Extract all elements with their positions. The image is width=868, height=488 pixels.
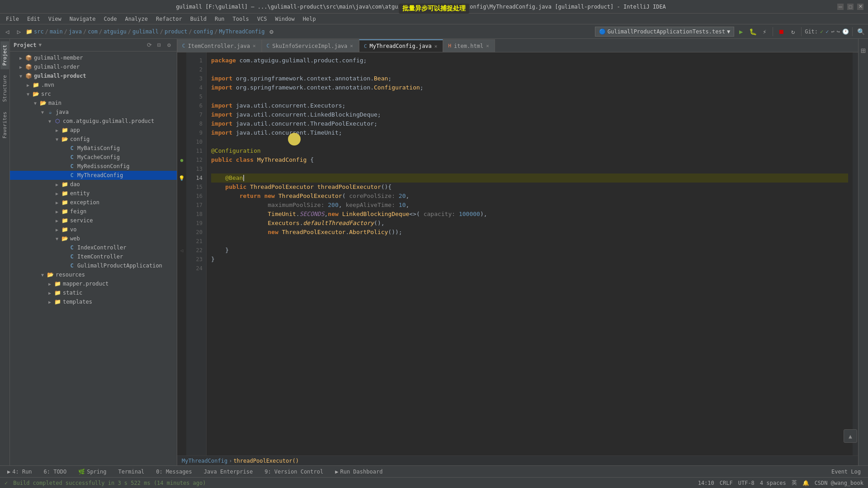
breadcrumb-atguigu-label[interactable]: atguigu (104, 28, 127, 35)
tree-item-gulimall-member[interactable]: ▶ 📦 gulimall-member (10, 53, 177, 62)
tree-item-mybatisconfig[interactable]: ▶ C MyBatisConfig (10, 144, 177, 153)
breadcrumb-java-label[interactable]: java (69, 28, 82, 35)
run-config-selector[interactable]: 🔵 GulimallProductApplicationTests.test ▼ (595, 27, 734, 37)
side-tab-structure[interactable]: Structure (0, 71, 9, 106)
menu-refactor[interactable]: Refactor (152, 15, 186, 23)
menu-code[interactable]: Code (100, 15, 121, 23)
sync-icon[interactable]: ⟳ (145, 41, 153, 49)
side-tab-project[interactable]: Project (0, 41, 9, 69)
scroll-to-top-icon[interactable]: ▲ (844, 429, 857, 443)
tree-item-package[interactable]: ▼ ⬡ com.atguigu.gulimall.product (10, 117, 177, 126)
status-encoding[interactable]: UTF-8 (738, 480, 755, 486)
tree-item-mvn[interactable]: ▶ 📁 .mvn (10, 80, 177, 89)
rerun-icon[interactable]: ↻ (788, 27, 798, 37)
breadcrumb-src[interactable]: 📁 (26, 28, 33, 35)
tree-item-gulimallproductapplication[interactable]: ▶ C GulimallProductApplication (10, 261, 177, 270)
tree-item-mycacheconfig[interactable]: ▶ C MyCacheConfig (10, 153, 177, 162)
right-panel-icon[interactable]: ⊞ (861, 46, 866, 55)
menu-build[interactable]: Build (187, 15, 210, 23)
menu-navigate[interactable]: Navigate (66, 15, 99, 23)
tree-item-app[interactable]: ▶ 📁 app (10, 126, 177, 135)
breadcrumb-main-label[interactable]: main (50, 28, 63, 35)
bottom-tab-java-enterprise[interactable]: Java Enterprise (200, 468, 256, 476)
git-undo[interactable]: ↩ (831, 28, 835, 35)
tree-item-service[interactable]: ▶ 📁 service (10, 216, 177, 225)
breadcrumb-src-label[interactable]: src (34, 28, 44, 35)
tab-mythreadconfig[interactable]: C MyThreadConfig.java ✕ (359, 39, 443, 52)
breadcrumb-gulimall-label[interactable]: gulimall (132, 28, 159, 35)
tree-item-main[interactable]: ▼ 📂 main (10, 99, 177, 108)
search-everywhere-icon[interactable]: 🔍 (856, 27, 866, 37)
settings-icon[interactable]: ⚙ (267, 27, 277, 37)
back-icon[interactable]: ◁ (2, 27, 12, 37)
panel-dropdown-icon[interactable]: ▼ (39, 42, 42, 48)
tree-item-src[interactable]: ▼ 📂 src (10, 89, 177, 99)
menu-vcs[interactable]: VCS (254, 15, 271, 23)
tab-itemcontroller[interactable]: C ItemController.java ✕ (177, 39, 262, 52)
bottom-tab-terminal[interactable]: Terminal (115, 468, 148, 476)
menu-edit[interactable]: Edit (24, 15, 44, 23)
collapse-all-icon[interactable]: ⊟ (155, 41, 163, 49)
status-position[interactable]: 14:10 (698, 480, 714, 486)
bottom-tab-run[interactable]: ▶ 4: Run (4, 468, 36, 476)
tree-item-gulimall-product[interactable]: ▼ 📦 gulimall-product (10, 71, 177, 80)
tab-item-html[interactable]: H item.html ✕ (443, 39, 495, 52)
debug-icon[interactable]: 🐛 (748, 27, 758, 37)
tree-item-indexcontroller[interactable]: ▶ C IndexController (10, 243, 177, 252)
bottom-tab-spring[interactable]: 🌿 Spring (75, 468, 110, 476)
git-history[interactable]: 🕐 (842, 28, 849, 35)
run-icon[interactable]: ▶ (736, 27, 746, 37)
menu-help[interactable]: Help (299, 15, 320, 23)
breadcrumb-config-label[interactable]: config (193, 28, 213, 35)
status-line-ending[interactable]: CRLF (720, 480, 733, 486)
tree-item-static[interactable]: ▶ 📁 static (10, 288, 177, 297)
tree-item-feign[interactable]: ▶ 📁 feign (10, 207, 177, 216)
menu-tools[interactable]: Tools (229, 15, 253, 23)
maximize-button[interactable]: □ (847, 4, 854, 10)
menu-run[interactable]: Run (211, 15, 228, 23)
tree-item-java[interactable]: ▼ ☕ java (10, 108, 177, 117)
bottom-tab-event-log[interactable]: Event Log (828, 468, 864, 476)
tree-item-entity[interactable]: ▶ 📁 entity (10, 189, 177, 198)
tree-item-exception[interactable]: ▶ 📁 exception (10, 198, 177, 207)
tree-item-templates[interactable]: ▶ 📁 templates (10, 297, 177, 306)
minimize-button[interactable]: ─ (837, 4, 844, 10)
tree-item-web[interactable]: ▼ 📂 web (10, 234, 177, 243)
tab-close-icon[interactable]: ✕ (350, 43, 353, 49)
menu-file[interactable]: File (2, 15, 23, 23)
breadcrumb-product-label[interactable]: product (165, 28, 188, 35)
status-indent[interactable]: 4 spaces (760, 480, 786, 486)
tab-skuinfoserviceimpl[interactable]: C SkuInfoServiceImpl.java ✕ (262, 39, 359, 52)
tab-close-icon[interactable]: ✕ (486, 43, 489, 49)
breadcrumb-mythreadconfig-label[interactable]: MyThreadConfig (219, 28, 264, 35)
tab-close-icon[interactable]: ✕ (434, 43, 438, 49)
bottom-tab-version-control[interactable]: 9: Version Control (261, 468, 327, 476)
tree-item-gulimall-order[interactable]: ▶ 📦 gulimall-order (10, 62, 177, 71)
breadcrumb-com-label[interactable]: com (88, 28, 98, 35)
run-coverage-icon[interactable]: ⚡ (760, 27, 769, 37)
bottom-tab-messages[interactable]: 0: Messages (152, 468, 195, 476)
stop-icon[interactable]: ⏹ (776, 27, 786, 37)
side-tab-favorites[interactable]: Favorites (0, 108, 9, 142)
tree-item-itemcontroller[interactable]: ▶ C ItemController (10, 252, 177, 261)
gear-icon[interactable]: ⚙ (165, 41, 173, 49)
code-area[interactable]: package com.atguigu.gulimall.product.con… (207, 52, 853, 455)
breadcrumb-bottom-method[interactable]: threadPoolExecutor() (233, 458, 299, 464)
bottom-tab-todo[interactable]: 6: TODO (40, 468, 71, 476)
tree-item-mapper-product[interactable]: ▶ 📁 mapper.product (10, 279, 177, 288)
forward-icon[interactable]: ▷ (14, 27, 24, 37)
menu-analyze[interactable]: Analyze (121, 15, 151, 23)
menu-window[interactable]: Window (271, 15, 298, 23)
close-button[interactable]: ✕ (857, 4, 863, 10)
menu-view[interactable]: View (45, 15, 65, 23)
tree-item-resources[interactable]: ▼ 📂 resources (10, 270, 177, 279)
git-redo[interactable]: ↪ (837, 28, 840, 35)
tree-item-config[interactable]: ▼ 📂 config (10, 135, 177, 144)
breadcrumb-bottom-class[interactable]: MyThreadConfig (182, 458, 227, 464)
tab-close-icon[interactable]: ✕ (253, 43, 256, 49)
tree-item-vo[interactable]: ▶ 📁 vo (10, 225, 177, 234)
tree-item-mythreadconfig[interactable]: ▶ C MyThreadConfig (10, 171, 177, 180)
bottom-tab-run-dashboard[interactable]: ▶ Run Dashboard (331, 468, 386, 476)
tree-item-myredissonconfig[interactable]: ▶ C MyRedissonConfig (10, 162, 177, 171)
tree-item-dao[interactable]: ▶ 📁 dao (10, 180, 177, 189)
